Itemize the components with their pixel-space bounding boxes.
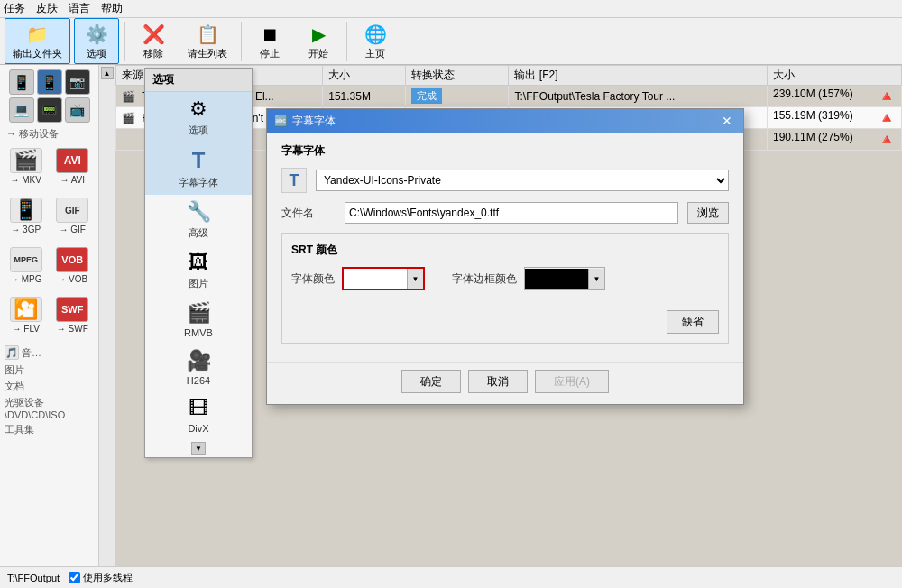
home-button[interactable]: 🌐 主页 (353, 18, 398, 64)
save-default-button[interactable]: 缺省 (667, 310, 719, 334)
options-label-advanced: 高级 (189, 226, 208, 240)
menu-skin[interactable]: 皮肤 (36, 1, 58, 16)
border-color-dropdown[interactable]: ▼ (588, 269, 604, 289)
flv-icon: 🎦 (10, 297, 42, 322)
font-T-icon: T (281, 168, 307, 193)
font-color-dropdown[interactable]: ▼ (407, 269, 423, 289)
options-item-advanced[interactable]: 🔧 高级 (145, 195, 252, 245)
toolbar-sep-1 (124, 22, 125, 61)
color-row: 字体颜色 ▼ 字体边框颜色 ▼ (291, 267, 719, 290)
options-rmvb-icon: 🎬 (187, 301, 211, 325)
font-select[interactable]: Yandex-UI-Icons-Private (316, 170, 729, 191)
menu-lang[interactable]: 语言 (69, 1, 90, 16)
dialog-footer: 确定 取消 应用(A) (267, 362, 743, 404)
options-gear-icon: ⚙ (189, 97, 207, 121)
mobile-icon-1: 📱 (9, 69, 34, 95)
apply-button[interactable]: 应用(A) (535, 370, 609, 393)
font-section-title: 字幕字体 (281, 143, 729, 159)
options-divx-icon: 🎞 (189, 397, 208, 420)
gif-item[interactable]: GIF → GIF (51, 193, 95, 239)
output-folder-icon: 📁 (25, 22, 51, 47)
options-item-options[interactable]: ⚙ 选项 (145, 92, 252, 142)
statusbar: T:\FFOutput 使用多线程 (0, 566, 902, 588)
font-name-row: T Yandex-UI-Icons-Private (281, 168, 729, 193)
options-scroll-down[interactable]: ▼ (145, 439, 252, 457)
filename-input[interactable] (345, 202, 678, 224)
avi-item[interactable]: AVI → AVI (51, 143, 95, 189)
dialog-title-icon: 🔤 (274, 115, 288, 127)
col-status: 转换状态 (405, 66, 509, 86)
dialog-title: 🔤 字幕字体 (274, 114, 336, 129)
options-item-divx[interactable]: 🎞 DivX (145, 391, 252, 439)
row1-outsize: 239.10M (157%) 🔺 (767, 86, 901, 107)
options-item-font[interactable]: T 字幕字体 (145, 142, 252, 195)
options-label-divx: DivX (188, 423, 208, 434)
mpg-icon: MPEG (10, 247, 42, 272)
start-button[interactable]: ▶ 开始 (296, 18, 341, 64)
mobile-icon-5: 📟 (37, 97, 62, 123)
mobile-icon-3: 📷 (65, 69, 90, 95)
row1-size: 151.35M (323, 86, 406, 107)
clear-list-button[interactable]: 📋 请生列表 (179, 18, 235, 64)
start-icon: ▶ (306, 22, 331, 47)
cancel-button[interactable]: 取消 (468, 370, 528, 393)
mkv-item[interactable]: 🎬 → MKV (5, 143, 48, 189)
dialog-titlebar: 🔤 字幕字体 ✕ (267, 109, 743, 133)
3gp-icon: 📱 (10, 198, 42, 223)
3gp-item[interactable]: 📱 → 3GP (5, 193, 48, 239)
scroll-up-arrow[interactable]: ▲ (101, 67, 114, 79)
row3-arrow: 🔺 (878, 131, 896, 148)
menu-help[interactable]: 帮助 (101, 1, 123, 16)
output-folder-button[interactable]: 📁 输出文件夹 (5, 18, 70, 64)
vob-icon: VOB (56, 247, 88, 272)
mkv-icon: 🎬 (10, 148, 42, 173)
mpg-item[interactable]: MPEG → MPG (5, 243, 48, 289)
multithread-label: 使用多线程 (83, 571, 133, 584)
home-icon: 🌐 (363, 22, 388, 47)
options-panel-header: 选项 (145, 69, 252, 92)
mobile-icon-2: 📱 (37, 69, 62, 95)
options-button[interactable]: ⚙️ 选项 (74, 18, 119, 64)
border-color-label: 字体边框颜色 (452, 271, 517, 287)
swf-icon: SWF (56, 297, 88, 322)
border-color-picker[interactable]: ▼ (524, 267, 605, 290)
audio-icon: 🎵 (5, 345, 19, 360)
filename-row: 文件名 浏览 (281, 202, 729, 224)
scroll-down-arrow[interactable]: ▼ (191, 442, 206, 455)
multithread-checkbox[interactable] (69, 572, 80, 583)
stop-button[interactable]: ⏹ 停止 (247, 18, 292, 64)
options-label-font: 字幕字体 (179, 176, 218, 189)
font-color-label: 字体颜色 (291, 271, 335, 287)
options-item-image[interactable]: 🖼 图片 (145, 245, 252, 296)
tools-label: 工具集 (5, 423, 94, 436)
font-dialog: 🔤 字幕字体 ✕ 字幕字体 T Yandex-UI-Icons-Private … (266, 108, 744, 405)
col-size: 大小 (323, 66, 406, 86)
dvd-label: 光驱设备\DVD\CD\ISO (5, 396, 94, 420)
col-output: 输出 [F2] (509, 66, 768, 86)
multithread-checkbox-area[interactable]: 使用多线程 (69, 571, 133, 584)
remove-button[interactable]: ❌ 移除 (131, 18, 176, 64)
vob-item[interactable]: VOB → VOB (51, 243, 95, 289)
options-label-h264: H264 (187, 375, 210, 386)
toolbar-sep-3 (346, 22, 347, 61)
menubar: 任务 皮肤 语言 帮助 (0, 0, 902, 18)
flv-item[interactable]: 🎦 → FLV (5, 292, 48, 338)
options-item-rmvb[interactable]: 🎬 RMVB (145, 296, 252, 344)
dialog-close-button[interactable]: ✕ (718, 115, 736, 127)
filename-label: 文件名 (281, 206, 336, 221)
remove-icon: ❌ (141, 22, 166, 47)
save-area: 缺省 (291, 301, 719, 334)
font-color-picker[interactable]: ▼ (342, 267, 425, 290)
swf-item[interactable]: SWF → SWF (51, 292, 95, 338)
row1-output: T:\FFOutput\Tesla Factory Tour ... (509, 86, 768, 107)
menu-task[interactable]: 任务 (4, 1, 25, 16)
toolbar-sep-2 (241, 22, 242, 61)
browse-button[interactable]: 浏览 (687, 202, 729, 224)
options-panel: 选项 ⚙ 选项 T 字幕字体 🔧 高级 🖼 图片 🎬 RMVB 🎥 H264 🎞… (144, 68, 253, 458)
docs-label: 文档 (5, 380, 94, 393)
options-icon: ⚙️ (84, 22, 109, 47)
border-color-item: 字体边框颜色 ▼ (452, 267, 605, 290)
ok-button[interactable]: 确定 (401, 370, 461, 393)
gif-icon: GIF (56, 198, 88, 223)
options-item-h264[interactable]: 🎥 H264 (145, 344, 252, 391)
